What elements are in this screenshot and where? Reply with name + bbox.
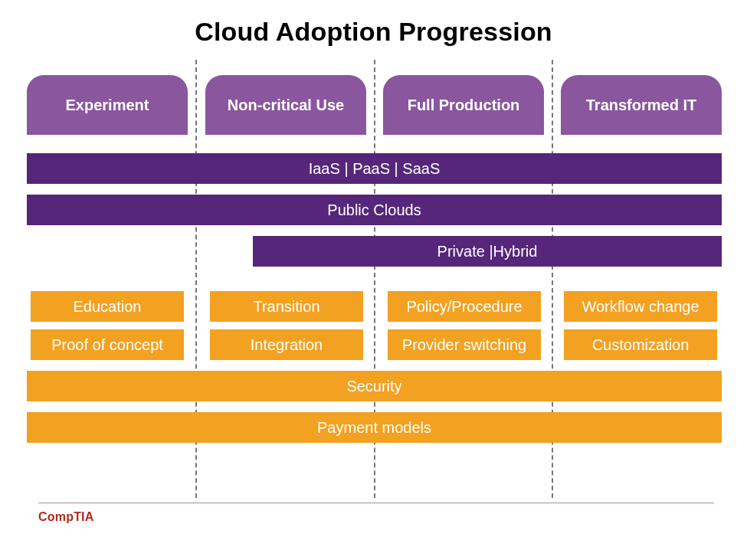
stage-full-production: Full Production (383, 75, 544, 135)
bar-label: Payment models (317, 419, 431, 437)
box-label: Education (74, 298, 142, 316)
comptia-logo: CompTIA (38, 510, 94, 524)
bar-security: Security (27, 371, 722, 401)
bar-label: Public Clouds (327, 201, 421, 219)
bar-payment-models: Payment models (27, 412, 722, 443)
box-proof-of-concept: Proof of concept (31, 329, 184, 360)
bar-private-hybrid: Private |Hybrid (253, 236, 722, 267)
stage-label: Experiment (66, 97, 149, 114)
diagram-canvas: Cloud Adoption Progression Experiment No… (0, 0, 747, 560)
box-label: Integration (251, 336, 323, 354)
box-label: Proof of concept (51, 336, 163, 354)
box-policy-procedure: Policy/Procedure (388, 291, 541, 322)
box-customization: Customization (564, 329, 717, 360)
page-title: Cloud Adoption Progression (0, 17, 747, 47)
stage-label: Transformed IT (586, 97, 696, 114)
box-label: Workflow change (582, 298, 699, 316)
bar-label: Private |Hybrid (437, 243, 538, 260)
box-transition: Transition (210, 291, 363, 322)
footer-divider (38, 503, 714, 503)
bar-label: IaaS | PaaS | SaaS (309, 160, 441, 178)
box-workflow-change: Workflow change (564, 291, 717, 322)
box-label: Policy/Procedure (406, 298, 522, 316)
bar-label: Security (346, 378, 401, 395)
box-label: Provider switching (402, 336, 526, 354)
bar-public-clouds: Public Clouds (27, 195, 722, 225)
bar-iaas-paas-saas: IaaS | PaaS | SaaS (27, 153, 722, 184)
stage-label: Non-critical Use (228, 97, 344, 114)
box-integration: Integration (210, 329, 363, 360)
box-label: Transition (253, 298, 319, 316)
stage-transformed-it: Transformed IT (561, 75, 722, 135)
stage-experiment: Experiment (27, 75, 188, 135)
box-provider-switching: Provider switching (388, 329, 541, 360)
box-label: Customization (592, 336, 690, 354)
stage-noncritical: Non-critical Use (205, 75, 366, 135)
stage-label: Full Production (408, 97, 520, 114)
box-education: Education (31, 291, 184, 322)
